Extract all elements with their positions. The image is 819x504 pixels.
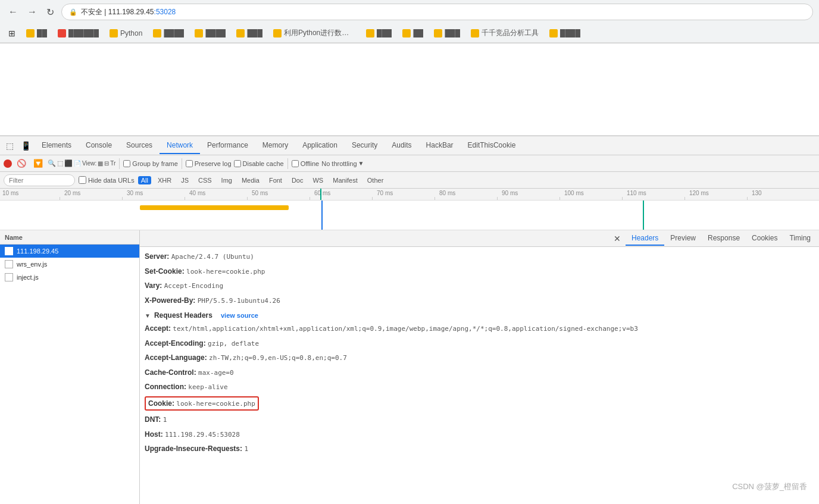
- filter-type-img[interactable]: Img: [218, 176, 235, 184]
- file-icon-1: [5, 247, 13, 255]
- sub-tab-bar: ✕ Headers Preview Response Cookies Timin…: [140, 230, 819, 247]
- bookmark-qianjing[interactable]: 千千竞品分析工具: [467, 27, 542, 39]
- response-server-row: Server: Apache/2.4.7 (Ubuntu): [145, 249, 814, 264]
- filter-type-xhr[interactable]: XHR: [155, 176, 174, 184]
- bookmarks-bar: ⊞ ██ ██████ Python ████ ████ ███ 利用Pyth: [0, 24, 819, 43]
- tab-application[interactable]: Application: [295, 137, 345, 154]
- tick-40ms: 40 ms: [189, 190, 205, 196]
- sub-tab-response[interactable]: Response: [702, 231, 746, 246]
- ruler-line-10: [60, 197, 60, 200]
- bookmark-apps[interactable]: ⊞: [5, 27, 19, 39]
- timeline-chart: [0, 201, 819, 230]
- bookmark-9[interactable]: ██: [399, 28, 427, 39]
- preserve-log-checkbox[interactable]: [186, 160, 193, 167]
- ruler-line-50: [310, 197, 310, 200]
- offline-checkbox[interactable]: [292, 160, 299, 167]
- reload-button[interactable]: ↻: [44, 4, 57, 20]
- file-item-inject[interactable]: inject.js: [0, 271, 139, 284]
- bookmark-2[interactable]: ██████: [54, 28, 102, 39]
- bookmark-6[interactable]: ███: [233, 28, 266, 39]
- filter-type-js[interactable]: JS: [178, 176, 192, 184]
- req-accept-language-row: Accept-Language: zh-TW,zh;q=0.9,en-US;q=…: [145, 350, 814, 365]
- bookmark-4[interactable]: ████: [149, 28, 187, 39]
- filter-type-doc[interactable]: Doc: [289, 176, 307, 184]
- view-source-link[interactable]: view source: [221, 312, 258, 319]
- bookmark-5[interactable]: ████: [191, 28, 229, 39]
- tab-audits[interactable]: Audits: [385, 137, 418, 154]
- tick-90ms: 90 ms: [502, 190, 518, 196]
- filter-input[interactable]: [4, 174, 75, 186]
- offline-label[interactable]: Offline: [292, 160, 320, 167]
- bookmark-python[interactable]: Python: [106, 28, 146, 39]
- tab-security[interactable]: Security: [345, 137, 385, 154]
- filter-icon-button[interactable]: 🔽: [31, 158, 45, 169]
- hide-data-urls-checkbox[interactable]: [79, 176, 86, 184]
- bookmark-1[interactable]: ██: [23, 28, 51, 39]
- preserve-log-label[interactable]: Preserve log: [186, 160, 232, 167]
- tab-hackbar[interactable]: HackBar: [419, 137, 461, 154]
- tab-memory[interactable]: Memory: [255, 137, 295, 154]
- tick-30ms: 30 ms: [127, 190, 143, 196]
- dom-content-loaded-line: [321, 201, 323, 230]
- inspect-element-icon[interactable]: ⬚: [2, 139, 17, 153]
- device-toolbar-icon[interactable]: 📱: [17, 139, 35, 153]
- tab-performance[interactable]: Performance: [200, 137, 255, 154]
- throttle-dropdown-icon[interactable]: ▼: [358, 160, 364, 167]
- devtools-tab-bar: ⬚ 📱 Elements Console Sources Network Per…: [0, 136, 819, 155]
- tick-70ms: 70 ms: [377, 190, 393, 196]
- tick-110ms: 110 ms: [627, 190, 646, 196]
- filter-type-font[interactable]: Font: [266, 176, 285, 184]
- filter-type-ws[interactable]: WS: [310, 176, 326, 184]
- view-icon: View:: [82, 160, 96, 167]
- tab-elements[interactable]: Elements: [35, 137, 79, 154]
- file-item-main[interactable]: 111.198.29.45: [0, 245, 139, 258]
- layout-icon: ▦: [98, 160, 103, 167]
- url-port: :53028: [154, 8, 176, 16]
- sub-tab-preview[interactable]: Preview: [664, 231, 702, 246]
- req-cookie-row: Cookie: look-here=cookie.php: [145, 395, 814, 413]
- file-icon-3: [5, 273, 13, 281]
- sub-tab-cookies[interactable]: Cookies: [746, 231, 783, 246]
- bookmark-last[interactable]: ████: [546, 28, 584, 39]
- address-bar[interactable]: 🔒 不安全 | 111.198.29.45:53028: [61, 4, 813, 20]
- tab-sources[interactable]: Sources: [119, 137, 160, 154]
- bookmark-data-analysis[interactable]: 利用Python进行数据分析: [270, 27, 359, 39]
- record-button[interactable]: [4, 159, 12, 168]
- back-button[interactable]: ←: [6, 4, 20, 20]
- tick-80ms: 80 ms: [439, 190, 455, 196]
- req-accept-row: Accept: text/html,application/xhtml+xml,…: [145, 321, 814, 336]
- address-text: 不安全 | 111.198.29.45:53028: [81, 7, 176, 17]
- lock-icon: 🔒: [69, 8, 77, 16]
- sub-tab-headers[interactable]: Headers: [626, 231, 664, 246]
- bookmark-10[interactable]: ███: [430, 28, 464, 39]
- clear-button[interactable]: 🚫: [14, 158, 29, 169]
- hide-data-urls-label[interactable]: Hide data URLs: [79, 176, 135, 184]
- disable-cache-checkbox[interactable]: [234, 160, 241, 167]
- filter-type-css[interactable]: CSS: [195, 176, 215, 184]
- filter-type-all[interactable]: All: [138, 176, 151, 184]
- tab-console[interactable]: Console: [79, 137, 119, 154]
- tab-network[interactable]: Network: [160, 137, 200, 154]
- ruler-line-90: [559, 197, 560, 200]
- tr-icon: Tr: [110, 160, 115, 167]
- response-set-cookie-row: Set-Cookie: look-here=cookie.php: [145, 264, 814, 279]
- group-by-frame-label[interactable]: Group by frame: [123, 160, 177, 167]
- filter-type-media[interactable]: Media: [239, 176, 262, 184]
- sub-tab-timing[interactable]: Timing: [783, 231, 817, 246]
- page-icon: 📄: [74, 160, 81, 167]
- filter-type-other[interactable]: Other: [364, 176, 387, 184]
- disable-cache-label[interactable]: Disable cache: [234, 160, 284, 167]
- file-icon-2: [5, 260, 13, 268]
- close-details-button[interactable]: ✕: [609, 231, 626, 246]
- file-item-wrs-env[interactable]: wrs_env.js: [0, 258, 139, 271]
- tab-editthiscookie[interactable]: EditThisCookie: [461, 137, 523, 154]
- throttle-select[interactable]: No throttling ▼: [321, 160, 364, 167]
- response-xpoweredby-row: X-Powered-By: PHP/5.5.9-1ubuntu4.26: [145, 293, 814, 308]
- bookmark-8[interactable]: ███: [362, 28, 396, 39]
- group-by-frame-checkbox[interactable]: [123, 160, 130, 167]
- response-vary-row: Vary: Accept-Encoding: [145, 278, 814, 293]
- separator-2: [182, 158, 182, 169]
- forward-button[interactable]: →: [25, 4, 39, 20]
- request-headers-section[interactable]: ▼ Request Headers view source: [145, 308, 814, 321]
- filter-type-manifest[interactable]: Manifest: [330, 176, 361, 184]
